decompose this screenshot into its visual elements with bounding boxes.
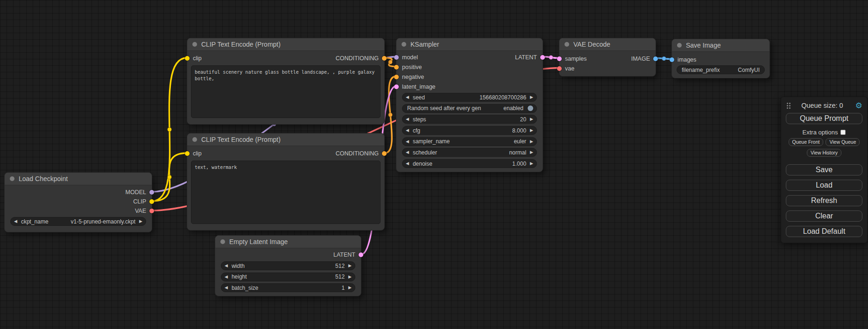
node-titlebar[interactable]: CLIP Text Encode (Prompt) bbox=[187, 38, 384, 51]
increment-arrow-icon[interactable]: ▶ bbox=[530, 95, 533, 99]
increment-arrow-icon[interactable]: ▶ bbox=[348, 264, 352, 268]
view-history-button[interactable]: View History bbox=[807, 149, 841, 157]
clip-input-slot[interactable] bbox=[185, 151, 190, 156]
output-label: VAE bbox=[135, 208, 146, 214]
drag-handle-icon[interactable] bbox=[787, 103, 788, 104]
load-button[interactable]: Load bbox=[786, 180, 862, 191]
refresh-button[interactable]: Refresh bbox=[786, 195, 862, 206]
node-vae-decode[interactable]: VAE Decode samples IMAGE vae bbox=[559, 38, 656, 77]
node-collapse-dot[interactable] bbox=[677, 43, 682, 48]
increment-arrow-icon[interactable]: ▶ bbox=[348, 286, 352, 290]
wire-latent-to-vae-decode bbox=[543, 57, 559, 58]
node-titlebar[interactable]: VAE Decode bbox=[559, 38, 656, 51]
next-option-arrow-icon[interactable]: ▶ bbox=[530, 150, 533, 154]
view-queue-button[interactable]: View Queue bbox=[826, 138, 860, 146]
negative-input-slot[interactable] bbox=[394, 75, 399, 79]
random-seed-toggle-widget[interactable]: Random seed after every gen enabled bbox=[402, 104, 537, 113]
history-row: View History bbox=[786, 148, 862, 157]
node-titlebar[interactable]: CLIP Text Encode (Prompt) bbox=[187, 133, 384, 146]
latent-output-slot[interactable] bbox=[540, 55, 545, 60]
latent-image-input-slot[interactable] bbox=[394, 84, 399, 89]
prev-option-arrow-icon[interactable]: ◀ bbox=[406, 150, 409, 154]
vae-output-slot[interactable] bbox=[149, 209, 154, 213]
decrement-arrow-icon[interactable]: ◀ bbox=[225, 264, 228, 268]
samples-input-slot[interactable] bbox=[557, 56, 562, 61]
slot-row: images bbox=[672, 55, 769, 64]
node-ksampler[interactable]: KSampler model LATENT positive negative … bbox=[396, 38, 543, 172]
slot-row: vae bbox=[559, 63, 656, 73]
decrement-arrow-icon[interactable]: ◀ bbox=[406, 161, 409, 166]
model-output-slot[interactable] bbox=[149, 190, 154, 195]
conditioning-output-slot[interactable] bbox=[382, 151, 387, 156]
next-option-arrow-icon[interactable]: ▶ bbox=[530, 140, 533, 144]
increment-arrow-icon[interactable]: ▶ bbox=[348, 275, 352, 279]
widget-name: cfg bbox=[413, 127, 508, 134]
clip-input-slot[interactable] bbox=[185, 56, 190, 61]
prev-option-arrow-icon[interactable]: ◀ bbox=[406, 140, 409, 144]
increment-arrow-icon[interactable]: ▶ bbox=[530, 161, 533, 166]
decrement-arrow-icon[interactable]: ◀ bbox=[406, 95, 409, 99]
images-input-slot[interactable] bbox=[670, 57, 674, 62]
model-input-slot[interactable] bbox=[394, 55, 399, 60]
clip-output-slot[interactable] bbox=[149, 199, 154, 204]
node-clip-text-encode-negative[interactable]: CLIP Text Encode (Prompt) clip CONDITION… bbox=[187, 133, 385, 231]
denoise-widget[interactable]: ◀ denoise 1.000 ▶ bbox=[402, 159, 537, 168]
height-widget[interactable]: ◀ height 512 ▶ bbox=[221, 273, 355, 281]
vae-input-slot[interactable] bbox=[557, 66, 562, 71]
input-label: vae bbox=[565, 65, 574, 72]
queue-panel[interactable]: Queue size: 0 ⚙ Queue Prompt Extra optio… bbox=[781, 97, 868, 243]
latent-output-slot[interactable] bbox=[359, 252, 363, 257]
widget-value: euler bbox=[514, 138, 526, 145]
batch-size-widget[interactable]: ◀ batch_size 1 ▶ bbox=[221, 283, 355, 292]
node-load-checkpoint[interactable]: Load Checkpoint MODEL CLIP VAE ◀ ckpt_na… bbox=[4, 172, 152, 232]
save-button[interactable]: Save bbox=[786, 164, 862, 175]
decrement-arrow-icon[interactable]: ◀ bbox=[225, 275, 228, 279]
negative-prompt-textarea[interactable]: text, watermark bbox=[191, 161, 381, 224]
increment-arrow-icon[interactable]: ▶ bbox=[530, 117, 533, 121]
settings-gear-icon[interactable]: ⚙ bbox=[855, 102, 862, 110]
node-titlebar[interactable]: Save Image bbox=[672, 39, 769, 52]
widget-name: scheduler bbox=[413, 149, 505, 156]
sampler-name-widget[interactable]: ◀ sampler_name euler ▶ bbox=[402, 137, 537, 146]
seed-widget[interactable]: ◀ seed 156680208700286 ▶ bbox=[402, 93, 537, 102]
input-label: clip bbox=[193, 150, 202, 157]
node-titlebar[interactable]: KSampler bbox=[396, 38, 543, 51]
slot-row: negative bbox=[396, 72, 543, 82]
node-clip-text-encode-positive[interactable]: CLIP Text Encode (Prompt) clip CONDITION… bbox=[187, 38, 385, 125]
increment-arrow-icon[interactable]: ▶ bbox=[530, 128, 533, 133]
ckpt-name-widget[interactable]: ◀ ckpt_name v1-5-pruned-emaonly.ckpt ▶ bbox=[10, 217, 146, 226]
filename-prefix-widget[interactable]: filename_prefix ComfyUI bbox=[677, 65, 765, 74]
width-widget[interactable]: ◀ width 512 ▶ bbox=[221, 261, 355, 270]
queue-front-button[interactable]: Queue Front bbox=[789, 138, 824, 146]
node-collapse-dot[interactable] bbox=[565, 42, 569, 47]
node-collapse-dot[interactable] bbox=[402, 42, 406, 47]
node-save-image[interactable]: Save Image images filename_prefix ComfyU… bbox=[671, 39, 770, 78]
node-collapse-dot[interactable] bbox=[192, 42, 197, 47]
slot-row: samples IMAGE bbox=[559, 54, 656, 63]
positive-input-slot[interactable] bbox=[394, 65, 399, 70]
positive-prompt-textarea[interactable]: beautiful scenery nature glass bottle la… bbox=[191, 65, 381, 118]
decrement-arrow-icon[interactable]: ◀ bbox=[406, 117, 409, 121]
conditioning-output-slot[interactable] bbox=[382, 56, 387, 61]
cfg-widget[interactable]: ◀ cfg 8.000 ▶ bbox=[402, 126, 537, 135]
decrement-arrow-icon[interactable]: ◀ bbox=[14, 219, 17, 224]
scheduler-widget[interactable]: ◀ scheduler normal ▶ bbox=[402, 148, 537, 157]
clear-button[interactable]: Clear bbox=[786, 210, 862, 222]
decrement-arrow-icon[interactable]: ◀ bbox=[406, 128, 409, 133]
node-collapse-dot[interactable] bbox=[10, 176, 14, 181]
increment-arrow-icon[interactable]: ▶ bbox=[139, 219, 142, 224]
toggle-state-icon[interactable] bbox=[528, 105, 533, 111]
node-collapse-dot[interactable] bbox=[220, 239, 225, 244]
image-output-slot[interactable] bbox=[653, 56, 658, 61]
slot-row: clip CONDITIONING bbox=[187, 53, 384, 63]
load-default-button[interactable]: Load Default bbox=[786, 226, 862, 237]
graph-canvas[interactable]: Load Checkpoint MODEL CLIP VAE ◀ ckpt_na… bbox=[0, 0, 868, 329]
node-titlebar[interactable]: Load Checkpoint bbox=[5, 173, 152, 185]
decrement-arrow-icon[interactable]: ◀ bbox=[225, 286, 228, 290]
node-titlebar[interactable]: Empty Latent Image bbox=[215, 236, 361, 248]
extra-options-checkbox[interactable] bbox=[840, 130, 846, 135]
queue-prompt-button[interactable]: Queue Prompt bbox=[786, 113, 862, 124]
node-collapse-dot[interactable] bbox=[192, 137, 197, 142]
node-empty-latent-image[interactable]: Empty Latent Image LATENT ◀ width 512 ▶ … bbox=[215, 235, 361, 296]
steps-widget[interactable]: ◀ steps 20 ▶ bbox=[402, 115, 537, 124]
